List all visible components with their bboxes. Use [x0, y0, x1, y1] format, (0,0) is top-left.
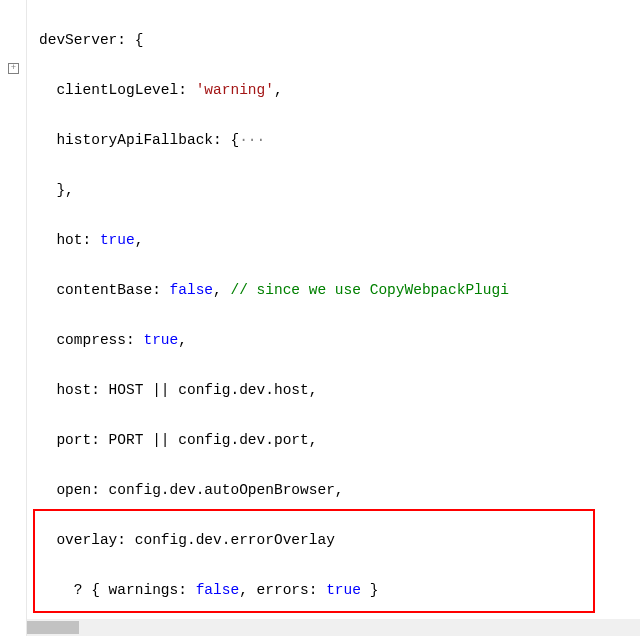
fold-expand-icon[interactable]: + — [8, 63, 19, 74]
code-line: port: PORT || config.dev.port, — [39, 428, 640, 453]
horizontal-scrollbar[interactable] — [27, 619, 640, 636]
code-line: overlay: config.dev.errorOverlay — [39, 528, 640, 553]
code-line: }, — [39, 178, 640, 203]
code-line: clientLogLevel: 'warning', — [39, 78, 640, 103]
code-gutter: + — [0, 0, 27, 636]
code-line: contentBase: false, // since we use Copy… — [39, 278, 640, 303]
code-line: hot: true, — [39, 228, 640, 253]
code-line: historyApiFallback: {··· — [39, 128, 640, 153]
code-line: open: config.dev.autoOpenBrowser, — [39, 478, 640, 503]
scrollbar-thumb[interactable] — [27, 621, 79, 634]
code-line: compress: true, — [39, 328, 640, 353]
code-editor[interactable]: devServer: { clientLogLevel: 'warning', … — [27, 0, 640, 636]
collapsed-region: ··· — [239, 132, 265, 148]
code-line: devServer: { — [39, 28, 640, 53]
code-line: ? { warnings: false, errors: true } — [39, 578, 640, 603]
code-line: host: HOST || config.dev.host, — [39, 378, 640, 403]
